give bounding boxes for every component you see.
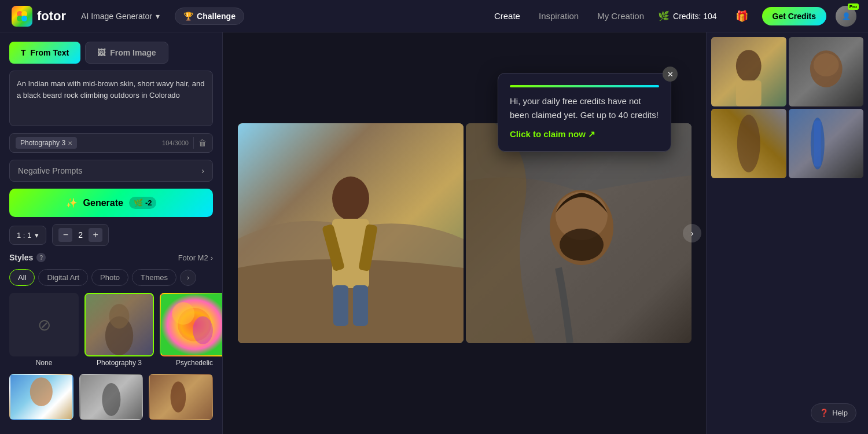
negative-prompts-row[interactable]: Negative Prompts › [9,160,213,182]
ratio-select[interactable]: 1 : 1 ▾ [9,226,46,245]
prompt-textarea[interactable] [9,71,213,126]
right-thumb-1[interactable] [711,37,786,106]
style-tab-digital-art[interactable]: Digital Art [38,269,88,286]
center-area: › ✕ Hi, your daily free credits have not… [223,32,706,434]
credits-popup: ✕ Hi, your daily free credits have not b… [498,73,671,152]
help-icon[interactable]: ? [36,253,46,262]
count-control: − 2 + [52,224,109,246]
get-credits-button[interactable]: Get Credits [762,7,826,25]
svg-rect-20 [333,285,348,326]
help-label: Help [832,409,848,417]
tag-close-button[interactable]: ✕ [68,140,72,146]
help-circle-icon: ❓ [819,409,829,417]
divider [193,137,194,149]
style-tab-photo[interactable]: Photo [91,269,128,286]
tag-label: Photography 3 [20,139,65,147]
style-thumb-extra1[interactable] [9,374,73,420]
svg-point-12 [30,377,53,406]
popup-top-bar [510,85,659,87]
style-psychedelic[interactable]: Psychedelic [160,293,223,367]
gift-button[interactable]: 🎁 [731,8,753,25]
avatar[interactable]: 👤 Pro [836,6,856,27]
photography-tag: Photography 3 ✕ [16,137,77,149]
chevron-down-small-icon: ▾ [35,231,39,240]
image-input-icon: 🖼 [97,48,105,57]
right-thumbnails-top [711,37,863,106]
svg-rect-21 [353,285,368,326]
count-increase-button[interactable]: + [89,228,102,242]
style-thumb-extra2[interactable] [79,374,144,420]
right-thumb-4[interactable] [789,109,864,178]
svg-point-14 [171,381,186,412]
styles-label: Styles [9,253,33,262]
svg-point-3 [21,16,27,21]
credits-label: Credits: 104 [673,12,716,21]
style-psychedelic-img [160,293,223,356]
next-image-button[interactable]: › [683,224,701,242]
ai-generator-dropdown[interactable]: AI Image Generator ▾ [75,8,165,24]
style-tabs-arrow[interactable]: › [180,270,196,286]
cost-badge: 🌿 -2 [129,197,157,209]
style-thumbnails-row2 [9,374,213,425]
chevron-down-icon: ▾ [156,12,160,21]
leaf-icon: 🌿 [658,10,670,21]
model-info[interactable]: Fotor M2 › [178,253,213,262]
header-nav: Create Inspiration My Creation [494,11,644,21]
logo-icon [12,6,32,27]
style-none[interactable]: ⊘ None [9,293,79,367]
popup-claim-link[interactable]: Click to claim now ↗ [510,129,595,139]
tag-row: Photography 3 ✕ 104/3000 🗑 [9,133,213,153]
negative-prompts-label: Negative Prompts [18,166,201,175]
cost-value: -2 [145,198,152,207]
left-panel: T From Text 🖼 From Image Photography 3 ✕… [0,32,223,434]
svg-point-10 [193,317,213,344]
help-button[interactable]: ❓ Help [811,403,856,422]
generate-button[interactable]: ✨ Generate 🌿 -2 [9,189,213,217]
chevron-right-model-icon: › [211,253,213,262]
wand-icon: ✨ [66,197,78,208]
chevron-right-icon: › [201,166,204,175]
generated-image-1[interactable] [238,123,464,343]
logo-text: fotor [37,9,66,24]
svg-point-34 [737,115,760,172]
styles-header: Styles ? Fotor M2 › [9,253,213,262]
style-thumbnails-row1: ⊘ None [9,293,213,367]
count-decrease-button[interactable]: − [58,228,72,242]
style-tab-all[interactable]: All [9,269,35,286]
right-thumb-2[interactable] [789,37,864,106]
generate-label: Generate [83,198,123,208]
tab-from-image[interactable]: 🖼 From Image [85,42,168,64]
style-photography3-label: Photography 3 [84,359,154,367]
style-none-img: ⊘ [9,293,79,356]
challenge-button[interactable]: 🏆 Challenge [175,8,244,25]
right-thumb-3[interactable] [711,109,786,178]
svg-point-6 [109,304,130,329]
nav-create[interactable]: Create [494,11,520,21]
svg-rect-37 [814,120,821,167]
popup-close-button[interactable]: ✕ [663,67,678,82]
nav-inspiration[interactable]: Inspiration [539,11,579,21]
main-layout: T From Text 🖼 From Image Photography 3 ✕… [0,32,868,434]
tab-from-text[interactable]: T From Text [9,42,80,64]
char-count: 104/3000 [162,139,189,146]
input-tabs: T From Text 🖼 From Image [9,42,213,64]
style-none-label: None [9,359,79,367]
svg-point-32 [813,53,838,76]
style-thumb-extra3[interactable] [149,374,213,420]
trash-icon[interactable]: 🗑 [198,138,207,148]
tab-from-text-label: From Text [31,48,69,57]
popup-text: Hi, your daily free credits have not bee… [510,94,659,122]
nav-my-creation[interactable]: My Creation [597,11,644,21]
style-tabs: All Digital Art Photo Themes › [9,269,213,286]
controls-row: 1 : 1 ▾ − 2 + [9,224,213,246]
generated-image-2[interactable] [466,123,692,343]
style-tab-themes[interactable]: Themes [132,269,176,286]
svg-point-28 [736,50,762,82]
model-label: Fotor M2 [178,253,208,262]
leaf-small-icon: 🌿 [134,198,143,207]
style-psychedelic-label: Psychedelic [160,359,223,367]
pro-badge: Pro [848,3,859,10]
logo: fotor [12,6,66,27]
style-photography3[interactable]: Photography 3 [84,293,154,367]
credits-button[interactable]: 🌿 Credits: 104 [653,8,721,24]
